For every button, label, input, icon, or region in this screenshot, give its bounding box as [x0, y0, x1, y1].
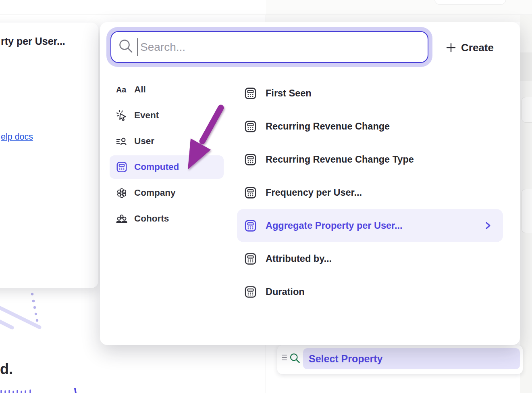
calculator-icon: [116, 161, 128, 173]
property-search-icon: [289, 352, 301, 364]
property-tooltip-card: rty per User... elp docs: [0, 23, 98, 288]
drag-handle-icon[interactable]: [282, 355, 287, 362]
plus-icon: [446, 42, 456, 53]
property-label: Attributed by...: [266, 253, 332, 264]
user-icon: [116, 135, 128, 147]
category-label: Computed: [134, 162, 179, 172]
calculator-icon: [244, 87, 257, 100]
page-background-band: [520, 52, 532, 81]
category-item[interactable]: User: [110, 130, 224, 153]
search-input[interactable]: [139, 33, 419, 61]
select-property-label: Select Property: [309, 353, 382, 365]
partial-card-edge: [522, 189, 532, 233]
category-item[interactable]: Event: [110, 104, 224, 127]
partial-card-edge: [522, 97, 532, 123]
svg-text:Aa: Aa: [116, 85, 127, 94]
category-label: User: [134, 136, 154, 146]
category-item[interactable]: Cohorts: [110, 207, 224, 230]
property-item[interactable]: Recurring Revenue Change: [237, 110, 503, 143]
chevron-right-icon: [482, 220, 493, 231]
select-property-button[interactable]: Select Property: [303, 348, 520, 369]
tooltip-title: rty per User...: [1, 36, 65, 47]
property-picker-modal: Create Aa All Event User Computed Compan…: [100, 22, 520, 345]
cohorts-icon: [116, 213, 128, 225]
property-label: Recurring Revenue Change: [266, 121, 390, 132]
search-field[interactable]: [110, 31, 428, 63]
select-property-card: Select Property: [277, 345, 523, 374]
category-label: All: [134, 84, 146, 95]
calculator-icon: [244, 186, 257, 199]
category-item[interactable]: Computed: [110, 155, 224, 179]
property-item[interactable]: Duration: [237, 275, 503, 308]
create-button[interactable]: Create: [446, 37, 510, 59]
category-label: Cohorts: [134, 213, 169, 224]
property-item[interactable]: First Seen: [237, 77, 503, 110]
category-item[interactable]: Company: [110, 181, 224, 205]
aa-icon: Aa: [116, 84, 128, 96]
cut-off-link-fragment: [0, 388, 81, 393]
screen: d. rty per User... elp docs Select Prope…: [0, 0, 532, 393]
page-background-strip: [266, 15, 532, 22]
cut-off-heading: d.: [0, 361, 13, 378]
property-item[interactable]: Attributed by...: [237, 242, 503, 275]
property-item[interactable]: Frequency per User...: [237, 176, 503, 209]
property-item[interactable]: Aggregate Property per User...: [237, 209, 503, 242]
calculator-icon: [244, 219, 257, 232]
text-caret: [137, 38, 138, 56]
modal-column-divider: [230, 73, 230, 345]
category-label: Event: [134, 110, 159, 121]
property-item[interactable]: Recurring Revenue Change Type: [237, 143, 503, 176]
create-button-label: Create: [461, 42, 494, 54]
property-label: Recurring Revenue Change Type: [266, 154, 414, 165]
calculator-icon: [244, 252, 257, 265]
property-label: First Seen: [266, 88, 312, 99]
search-icon: [117, 38, 135, 55]
category-item[interactable]: Aa All: [110, 78, 224, 101]
calculator-icon: [244, 120, 257, 133]
help-docs-link[interactable]: elp docs: [1, 132, 33, 142]
property-label: Aggregate Property per User...: [266, 220, 403, 231]
calculator-icon: [244, 153, 257, 166]
company-icon: [116, 187, 128, 199]
property-label: Duration: [266, 286, 305, 297]
search-field-glow: [106, 27, 432, 67]
property-label: Frequency per User...: [266, 187, 362, 198]
event-click-icon: [116, 109, 128, 121]
category-label: Company: [134, 188, 176, 198]
partial-top-button[interactable]: [434, 0, 506, 5]
calculator-icon: [244, 285, 257, 299]
